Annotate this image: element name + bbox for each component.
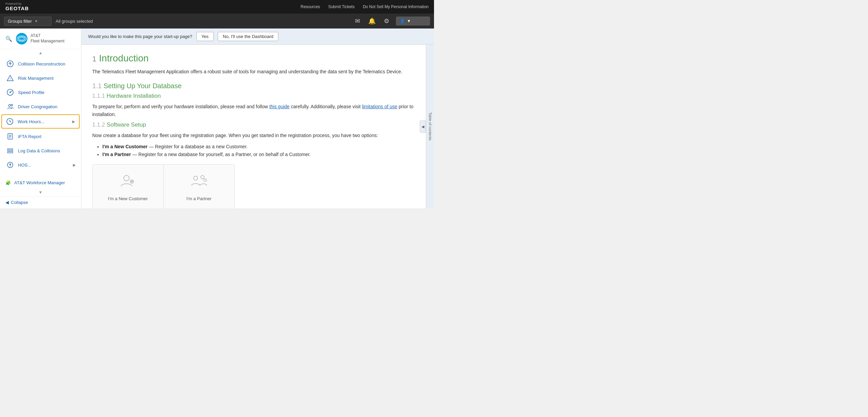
sidebar-item-workforce[interactable]: 🧩 AT&T Workforce Manager xyxy=(0,177,81,189)
section-112-number: 1.1.2 xyxy=(92,121,105,128)
sidebar-item-ifta[interactable]: IFTA Report xyxy=(0,129,81,144)
new-customer-bold: I'm a New Customer xyxy=(102,144,147,149)
sidebar-item-hos[interactable]: HOS... ▶ xyxy=(0,158,81,172)
sidebar-item-hos-label: HOS... xyxy=(18,163,31,168)
sidebar-item-workhours[interactable]: Work Hours... ▶ xyxy=(1,114,80,129)
svg-point-29 xyxy=(204,179,206,182)
groups-filter-button[interactable]: Groups filter ▼ xyxy=(4,17,52,26)
user-icon: 👤 xyxy=(400,19,405,23)
section-1-heading: 1 Introduction xyxy=(92,53,423,64)
filter-bar: Groups filter ▼ All groups selected ✉ 🔔 … xyxy=(0,14,434,29)
svg-point-11 xyxy=(8,105,11,107)
log-data-icon xyxy=(6,147,14,154)
partner-option: I'm a Partner — Register for a new datab… xyxy=(102,151,423,159)
svg-rect-20 xyxy=(7,152,13,153)
svg-point-10 xyxy=(9,92,11,93)
svg-point-23 xyxy=(124,175,129,181)
workhours-submenu-arrow-icon: ▶ xyxy=(72,119,75,124)
sidebar-item-workhours-label: Work Hours... xyxy=(18,119,44,124)
section-1-body: The Telematics Fleet Management Applicat… xyxy=(92,68,423,75)
scroll-down-indicator[interactable]: ▼ xyxy=(0,189,81,196)
all-groups-text: All groups selected xyxy=(56,19,93,24)
speed-profile-icon xyxy=(6,89,14,96)
section-11-title: Setting Up Your Database xyxy=(103,82,181,90)
section-111-heading: 1.1.1 Hardware Installation xyxy=(92,93,423,99)
sidebar-item-risk-label: Risk Management xyxy=(18,76,54,81)
section-11-number: 1.1 xyxy=(92,82,102,90)
collapse-arrow-icon: ◀ xyxy=(5,200,9,205)
partner-card[interactable]: I'm a Partner xyxy=(164,165,235,208)
settings-gear-icon[interactable]: ⚙ xyxy=(382,16,391,26)
section-111-text1b: carefully. Additionally, please visit xyxy=(290,104,362,109)
email-icon-button[interactable]: ✉ xyxy=(354,16,361,26)
top-navigation-bar: Powered by GEOTAB Resources Submit Ticke… xyxy=(0,0,434,14)
startup-no-button[interactable]: No, I'll use the Dashboard xyxy=(218,32,278,41)
sidebar-item-risk[interactable]: ! Risk Management xyxy=(0,71,81,85)
search-icon-button[interactable]: 🔍 xyxy=(5,36,12,42)
ifta-report-icon xyxy=(6,133,14,140)
sidebar-header: 🔍 AT&T Fleet Management xyxy=(0,29,81,49)
collision-reconstruction-icon xyxy=(6,60,14,68)
table-of-contents-sidebar[interactable]: Table of contents xyxy=(426,45,434,208)
svg-point-12 xyxy=(11,105,13,106)
section-112-title: Software Setup xyxy=(107,121,146,128)
user-account-button[interactable]: 👤 ▼ xyxy=(396,17,430,25)
startup-question-text: Would you like to make this page your st… xyxy=(88,34,192,39)
svg-text:!: ! xyxy=(10,77,11,80)
partner-card-label: I'm a Partner xyxy=(186,196,212,201)
notification-bell-icon[interactable]: 🔔 xyxy=(367,16,377,26)
resources-link[interactable]: Resources xyxy=(301,4,320,9)
groups-filter-arrow-icon: ▼ xyxy=(35,19,38,23)
sidebar-item-logdata[interactable]: Log Data & Collisions xyxy=(0,144,81,158)
top-nav-links: Resources Submit Tickets Do Not Sell My … xyxy=(301,4,429,9)
svg-point-28 xyxy=(201,175,204,179)
work-hours-icon xyxy=(6,118,14,125)
sidebar-navigation: Collision Reconstruction ! Risk Manageme… xyxy=(0,57,81,177)
new-customer-text: — Register for a database as a new Custo… xyxy=(147,144,248,149)
sidebar-item-speed[interactable]: Speed Profile xyxy=(0,85,81,99)
section-11-heading: 1.1 Setting Up Your Database xyxy=(92,82,423,90)
section-112-body: Now create a database for your fleet usi… xyxy=(92,132,423,139)
partner-text: — Register for a new database for yourse… xyxy=(131,152,311,157)
document-content: Table of contents ◀ 1 Introduction The T… xyxy=(81,45,434,208)
submit-tickets-link[interactable]: Submit Tickets xyxy=(328,4,355,9)
geotab-logo: Powered by GEOTAB xyxy=(5,2,29,12)
section-111-body: To prepare for, perform and verify your … xyxy=(92,103,423,118)
options-list: I'm a New Customer — Register for a data… xyxy=(102,143,423,159)
brand-subtitle: Fleet Management xyxy=(31,39,64,44)
powered-by-text: Powered by xyxy=(5,2,29,6)
groups-filter-label: Groups filter xyxy=(8,19,32,24)
new-customer-card-label: I'm a New Customer xyxy=(108,196,148,201)
risk-management-icon: ! xyxy=(6,74,14,82)
section-111-title: Hardware Installation xyxy=(107,93,161,99)
workforce-puzzle-icon: 🧩 xyxy=(5,180,11,185)
hos-icon xyxy=(6,161,14,169)
scroll-up-indicator[interactable]: ▲ xyxy=(0,49,81,57)
registration-cards: I'm a New Customer I'm a Partner xyxy=(92,164,235,208)
sidebar: 🔍 AT&T Fleet Management ▲ xyxy=(0,29,81,208)
driver-congregation-icon xyxy=(6,103,14,110)
partner-bold: I'm a Partner xyxy=(102,152,131,157)
sidebar-item-driver[interactable]: Driver Congregation xyxy=(0,99,81,114)
section-1-title: Introduction xyxy=(99,53,149,63)
main-layout: 🔍 AT&T Fleet Management ▲ xyxy=(0,29,434,208)
do-not-sell-link[interactable]: Do Not Sell My Personal Information xyxy=(363,4,429,9)
toc-collapse-arrow-icon[interactable]: ◀ xyxy=(420,120,426,133)
sidebar-item-collision[interactable]: Collision Reconstruction xyxy=(0,57,81,71)
hos-submenu-arrow-icon: ▶ xyxy=(73,163,76,167)
new-customer-card[interactable]: I'm a New Customer xyxy=(93,165,164,208)
sidebar-item-speed-label: Speed Profile xyxy=(18,90,44,95)
svg-point-27 xyxy=(194,176,198,180)
startup-yes-button[interactable]: Yes xyxy=(196,32,214,41)
startup-page-banner: Would you like to make this page your st… xyxy=(81,29,434,45)
collapse-sidebar-button[interactable]: ◀ Collapse xyxy=(5,200,28,205)
att-logo-icon xyxy=(16,33,28,45)
this-guide-link[interactable]: this guide xyxy=(269,104,290,109)
sidebar-footer: ◀ Collapse xyxy=(0,196,81,208)
filter-bar-right: ✉ 🔔 ⚙ 👤 ▼ xyxy=(354,16,430,26)
user-dropdown-arrow: ▼ xyxy=(407,19,411,23)
partner-card-icon xyxy=(191,173,207,192)
limitations-of-use-link[interactable]: limitations of use xyxy=(362,104,397,109)
sidebar-item-collision-label: Collision Reconstruction xyxy=(18,61,65,67)
content-area: Would you like to make this page your st… xyxy=(81,29,434,208)
